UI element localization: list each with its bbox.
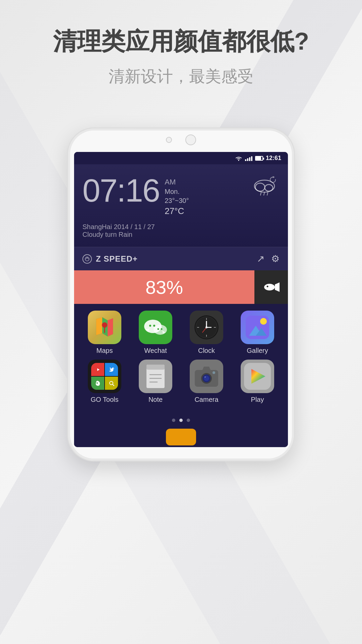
app-grid: Maps bbox=[74, 304, 288, 415]
svg-point-11 bbox=[264, 284, 275, 290]
dot-3[interactable] bbox=[187, 419, 190, 422]
gt-youtube bbox=[91, 363, 104, 376]
sub-title: 清新设计，最美感受 bbox=[0, 66, 362, 87]
memory-bar[interactable]: 83% bbox=[74, 270, 288, 304]
svg-point-41 bbox=[260, 318, 267, 325]
evernote-icon bbox=[95, 380, 101, 386]
svg-point-55 bbox=[204, 376, 209, 381]
maps-svg bbox=[93, 316, 116, 339]
maps-label: Maps bbox=[97, 347, 113, 355]
app-gotools[interactable]: GO Tools bbox=[83, 360, 126, 404]
svg-point-0 bbox=[238, 160, 239, 161]
svg-line-9 bbox=[86, 258, 87, 259]
youtube-icon bbox=[95, 367, 101, 372]
app-row-1: Maps bbox=[79, 311, 283, 355]
svg-point-25 bbox=[153, 325, 155, 327]
svg-line-5 bbox=[264, 193, 264, 195]
phone-wrapper: 12:61 07:16 AM Mon. 23°~30° 27°C bbox=[67, 127, 295, 462]
gt-search bbox=[105, 377, 118, 390]
weather-desc: Cloudy turn Rain bbox=[82, 231, 280, 238]
weather-icon-area bbox=[249, 174, 280, 198]
svg-point-3 bbox=[265, 184, 273, 191]
app-wechat[interactable]: Wechat bbox=[134, 311, 177, 355]
wechat-svg bbox=[142, 316, 169, 339]
svg-point-27 bbox=[161, 328, 163, 330]
phone-speaker bbox=[166, 137, 172, 143]
note-icon bbox=[139, 360, 172, 393]
play-label: Play bbox=[251, 396, 264, 404]
play-icon bbox=[241, 360, 274, 393]
zspeed-right: ↗ ⚙ bbox=[257, 253, 280, 264]
status-time: 12:61 bbox=[266, 155, 281, 162]
zspeed-logo bbox=[82, 254, 92, 264]
camera-label: Camera bbox=[194, 396, 218, 404]
zspeed-left: Z SPEED+ bbox=[82, 254, 138, 264]
gt-twitter bbox=[105, 363, 118, 376]
dock-icon-1[interactable] bbox=[166, 429, 196, 445]
note-svg bbox=[144, 363, 167, 390]
svg-marker-18 bbox=[108, 318, 113, 336]
app-note[interactable]: Note bbox=[134, 360, 177, 404]
camera-svg bbox=[193, 364, 220, 389]
gallery-label: Gallery bbox=[247, 347, 268, 355]
phone-shell: 12:61 07:16 AM Mon. 23°~30° 27°C bbox=[67, 127, 295, 462]
svg-point-24 bbox=[149, 325, 151, 327]
zspeed-logo-icon bbox=[84, 256, 90, 262]
svg-point-57 bbox=[213, 371, 215, 374]
launch-icon[interactable]: ↗ bbox=[257, 253, 264, 264]
phone-top-sensors bbox=[68, 135, 294, 145]
status-icons: 12:61 bbox=[235, 155, 281, 162]
maps-icon bbox=[88, 311, 121, 344]
app-maps[interactable]: Maps bbox=[83, 311, 126, 355]
gotools-label: GO Tools bbox=[91, 396, 119, 404]
phone-screen: 12:61 07:16 AM Mon. 23°~30° 27°C bbox=[74, 152, 288, 447]
svg-line-6 bbox=[267, 193, 268, 195]
temp-range: 23°~30° bbox=[165, 197, 189, 205]
header-area: 清理类应用颜值都很低? 清新设计，最美感受 bbox=[0, 27, 362, 87]
settings-icon[interactable]: ⚙ bbox=[271, 253, 280, 264]
app-play[interactable]: Play bbox=[236, 360, 279, 404]
page-dots bbox=[74, 415, 288, 427]
time-right: AM Mon. 23°~30° 27°C bbox=[165, 174, 189, 216]
wifi-icon bbox=[235, 156, 242, 161]
temp-current: 27°C bbox=[165, 206, 189, 216]
wechat-label: Wechat bbox=[144, 347, 167, 355]
twitter-icon bbox=[109, 367, 115, 372]
phone-camera bbox=[185, 135, 196, 145]
gallery-icon bbox=[241, 311, 274, 344]
zspeed-label: Z SPEED+ bbox=[96, 254, 138, 264]
svg-point-2 bbox=[255, 183, 265, 191]
clock-icon bbox=[190, 311, 223, 344]
boost-icon bbox=[263, 281, 280, 293]
camera-icon bbox=[190, 360, 223, 393]
date-info: Mon. bbox=[165, 188, 189, 196]
zspeed-bar[interactable]: Z SPEED+ ↗ ⚙ bbox=[74, 247, 288, 270]
app-gallery[interactable]: Gallery bbox=[236, 311, 279, 355]
weather-cloud-icon bbox=[249, 174, 280, 198]
memory-percent: 83% bbox=[145, 276, 183, 298]
svg-point-22 bbox=[154, 325, 167, 335]
search-small-icon bbox=[109, 381, 114, 386]
wechat-icon bbox=[139, 311, 172, 344]
location-row: ShangHai 2014 / 11 / 27 bbox=[82, 223, 280, 231]
gt-evernote bbox=[91, 377, 104, 390]
app-camera[interactable]: Camera bbox=[185, 360, 228, 404]
clock-weather-widget[interactable]: 07:16 AM Mon. 23°~30° 27°C bbox=[74, 164, 288, 247]
clock-svg bbox=[193, 314, 220, 341]
svg-marker-7 bbox=[273, 176, 275, 178]
app-row-2: GO Tools Note bbox=[79, 360, 283, 404]
am-pm: AM bbox=[165, 178, 189, 186]
time-row: 07:16 AM Mon. 23°~30° 27°C bbox=[82, 174, 280, 216]
signal-icon bbox=[245, 156, 252, 161]
note-label: Note bbox=[148, 396, 163, 404]
dot-1[interactable] bbox=[172, 419, 175, 422]
svg-marker-16 bbox=[96, 317, 102, 335]
status-bar: 12:61 bbox=[74, 152, 288, 164]
memory-action-button[interactable] bbox=[254, 270, 288, 304]
dot-2[interactable] bbox=[179, 419, 183, 422]
app-clock[interactable]: Clock bbox=[185, 311, 228, 355]
main-title: 清理类应用颜值都很低? bbox=[0, 27, 362, 56]
svg-line-46 bbox=[113, 384, 114, 386]
play-svg bbox=[244, 363, 271, 390]
battery-icon bbox=[255, 156, 263, 161]
